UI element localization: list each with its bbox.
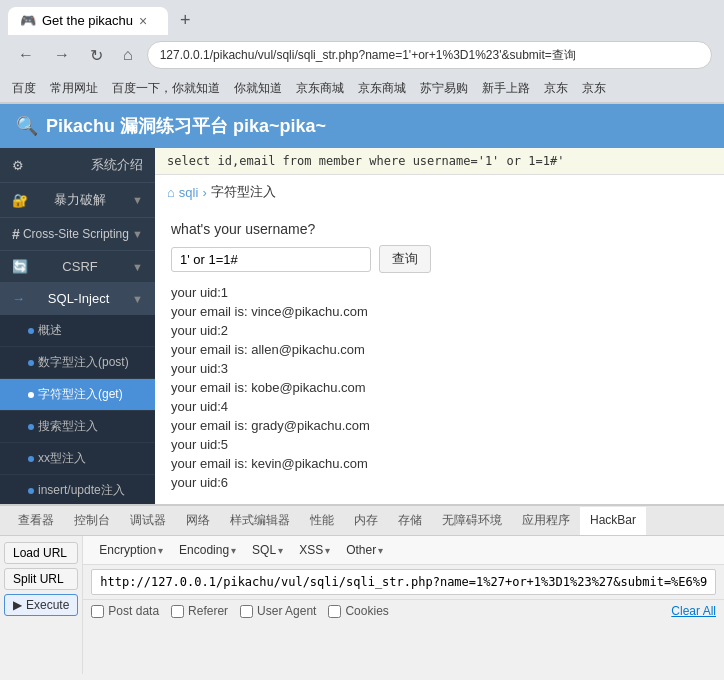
hackbar-menu-xss[interactable]: XSS ▾ <box>291 540 338 560</box>
username-input[interactable] <box>171 247 371 272</box>
back-button[interactable]: ← <box>12 44 40 66</box>
devtool-tab-debugger[interactable]: 调试器 <box>120 506 176 535</box>
sidebar-csrf-label: CSRF <box>62 259 97 274</box>
sidebar-brute-arrow: ▼ <box>132 194 143 206</box>
breadcrumb: ⌂ sqli › 字符型注入 <box>155 175 724 209</box>
app-header: 🔍 Pikachu 漏洞练习平台 pika~pika~ <box>0 104 724 148</box>
sidebar-sub-overview-label: 概述 <box>38 322 62 339</box>
devtool-tab-application[interactable]: 应用程序 <box>512 506 580 535</box>
new-tab-button[interactable]: + <box>172 6 199 35</box>
sidebar-csrf-arrow: ▼ <box>132 261 143 273</box>
hackbar-menu-sql[interactable]: SQL ▾ <box>244 540 291 560</box>
sidebar-xss-icon: # <box>12 226 20 242</box>
cookies-label: Cookies <box>345 604 388 618</box>
result-uid-2: your uid:2 <box>171 323 708 338</box>
bookmark-jd3[interactable]: 京东 <box>540 78 572 99</box>
post-data-checkbox[interactable] <box>91 605 104 618</box>
bookmark-baidu[interactable]: 百度 <box>8 78 40 99</box>
hackbar-menu-encoding[interactable]: Encoding ▾ <box>171 540 244 560</box>
breadcrumb-home[interactable]: sqli <box>179 185 199 200</box>
sidebar-sql-arrow: ▼ <box>132 293 143 305</box>
result-email-4: your email is: grady@pikachu.com <box>171 418 708 433</box>
hackbar-menu-bar: Encryption ▾ Encoding ▾ SQL ▾ <box>83 536 724 565</box>
sidebar-subitems: 概述 数字型注入(post) 字符型注入(get) 搜索型注入 <box>0 315 155 504</box>
hackbar-menu-encryption[interactable]: Encryption ▾ <box>91 540 171 560</box>
devtool-tab-storage[interactable]: 存储 <box>388 506 432 535</box>
tab-close-button[interactable]: × <box>139 13 147 29</box>
result-uid-6: your uid:6 <box>171 475 708 490</box>
username-label: what's your username? <box>171 221 708 237</box>
checkbox-referer[interactable]: Referer <box>171 604 228 618</box>
devtool-tab-accessibility[interactable]: 无障碍环境 <box>432 506 512 535</box>
hackbar-xss-label: XSS <box>299 543 323 557</box>
user-agent-checkbox[interactable] <box>240 605 253 618</box>
devtools-tabs: 查看器 控制台 调试器 网络 样式编辑器 性能 内存 存储 无障碍环境 应用程序… <box>0 506 724 536</box>
execute-button[interactable]: ▶ Execute <box>4 594 78 616</box>
bookmark-baiduyixia2[interactable]: 你就知道 <box>230 78 286 99</box>
main-content: select id,email from member where userna… <box>155 148 724 504</box>
sidebar-item-brute-force[interactable]: 🔐 暴力破解 ▼ <box>0 183 155 218</box>
post-data-label: Post data <box>108 604 159 618</box>
result-uid-5: your uid:5 <box>171 437 708 452</box>
sidebar-item-sql-inject[interactable]: → SQL-Inject ▼ <box>0 283 155 315</box>
sidebar-sub-string-get[interactable]: 字符型注入(get) <box>0 379 155 411</box>
sidebar-item-xss[interactable]: # Cross-Site Scripting ▼ <box>0 218 155 251</box>
input-row: 查询 <box>171 245 708 273</box>
referer-label: Referer <box>188 604 228 618</box>
devtool-tab-network[interactable]: 网络 <box>176 506 220 535</box>
bookmark-jd[interactable]: 京东商城 <box>292 78 348 99</box>
load-url-button[interactable]: Load URL <box>4 542 78 564</box>
hackbar-bottom: Post data Referer User Agent <box>83 599 724 622</box>
sidebar: ⚙ 系统介绍 🔐 暴力破解 ▼ # Cross-Site Scripting ▼… <box>0 148 155 504</box>
checkbox-post-data[interactable]: Post data <box>91 604 159 618</box>
forward-button[interactable]: → <box>48 44 76 66</box>
user-agent-label: User Agent <box>257 604 316 618</box>
devtool-tab-style-editor[interactable]: 样式编辑器 <box>220 506 300 535</box>
checkbox-user-agent[interactable]: User Agent <box>240 604 316 618</box>
devtool-tab-inspector[interactable]: 查看器 <box>8 506 64 535</box>
sidebar-sub-numeric-post[interactable]: 数字型注入(post) <box>0 347 155 379</box>
sidebar-sub-dot2 <box>28 360 34 366</box>
hackbar-encoding-arrow: ▾ <box>231 545 236 556</box>
results-container: your uid:1 your email is: vince@pikachu.… <box>171 285 708 490</box>
hackbar-xss-arrow: ▾ <box>325 545 330 556</box>
referer-checkbox[interactable] <box>171 605 184 618</box>
breadcrumb-home-icon: ⌂ <box>167 185 175 200</box>
address-input[interactable] <box>147 41 712 69</box>
bookmark-jd2[interactable]: 京东商城 <box>354 78 410 99</box>
checkbox-cookies[interactable]: Cookies <box>328 604 388 618</box>
clear-all-button[interactable]: Clear All <box>671 604 716 618</box>
devtool-tab-console[interactable]: 控制台 <box>64 506 120 535</box>
bookmark-common[interactable]: 常用网址 <box>46 78 102 99</box>
sidebar-sub-overview[interactable]: 概述 <box>0 315 155 347</box>
bookmark-baiduyixia[interactable]: 百度一下，你就知道 <box>108 78 224 99</box>
sidebar-item-csrf[interactable]: 🔄 CSRF ▼ <box>0 251 155 283</box>
bookmark-newbie[interactable]: 新手上路 <box>478 78 534 99</box>
sidebar-sub-update-label: insert/updte注入 <box>38 482 125 499</box>
query-button[interactable]: 查询 <box>379 245 431 273</box>
app-header-icon: 🔍 <box>16 115 38 137</box>
refresh-button[interactable]: ↻ <box>84 44 109 67</box>
hackbar-sql-label: SQL <box>252 543 276 557</box>
home-button[interactable]: ⌂ <box>117 44 139 66</box>
sidebar-sub-search[interactable]: 搜索型注入 <box>0 411 155 443</box>
tab-bar: 🎮 Get the pikachu × + <box>0 0 724 35</box>
bookmark-jd4[interactable]: 京东 <box>578 78 610 99</box>
active-tab[interactable]: 🎮 Get the pikachu × <box>8 7 168 35</box>
hackbar-encryption-label: Encryption <box>99 543 156 557</box>
sidebar-sub-xx[interactable]: xx型注入 <box>0 443 155 475</box>
devtool-tab-memory[interactable]: 内存 <box>344 506 388 535</box>
browser-chrome: 🎮 Get the pikachu × + ← → ↻ ⌂ 百度 常用网址 百度… <box>0 0 724 104</box>
devtool-tab-performance[interactable]: 性能 <box>300 506 344 535</box>
sidebar-item-sys-intro[interactable]: ⚙ 系统介绍 <box>0 148 155 183</box>
hackbar-menu-other[interactable]: Other ▾ <box>338 540 391 560</box>
result-uid-1: your uid:1 <box>171 285 708 300</box>
hackbar-url-input[interactable] <box>91 569 716 595</box>
cookies-checkbox[interactable] <box>328 605 341 618</box>
sidebar-sub-update[interactable]: insert/updte注入 <box>0 475 155 504</box>
sidebar-sub-dot5 <box>28 456 34 462</box>
bookmark-suning[interactable]: 苏宁易购 <box>416 78 472 99</box>
tab-title: Get the pikachu <box>42 13 133 28</box>
split-url-button[interactable]: Split URL <box>4 568 78 590</box>
devtool-tab-hackbar[interactable]: HackBar <box>580 507 646 535</box>
